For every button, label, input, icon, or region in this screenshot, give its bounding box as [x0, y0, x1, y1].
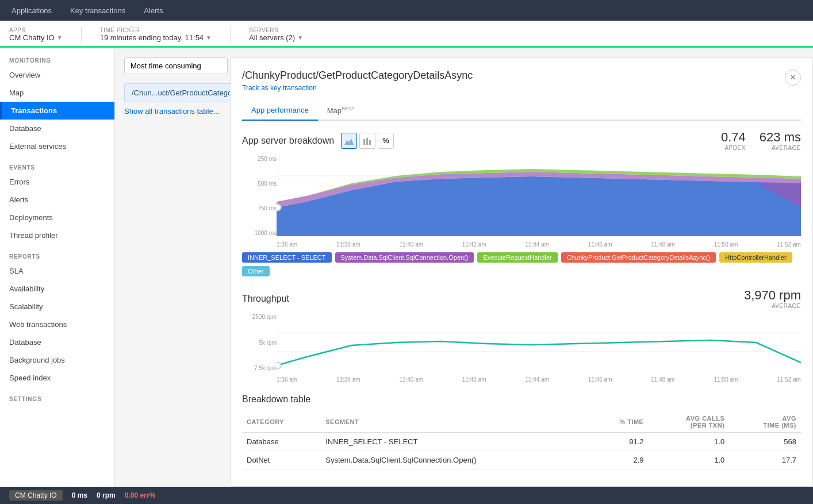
x-label-1: 11:38 am [336, 241, 361, 248]
svg-marker-0 [344, 138, 354, 145]
svg-point-17 [277, 362, 281, 369]
detail-title: /ChunkyProduct/GetProductCategoryDetails… [242, 70, 473, 82]
tx-label-8: 11:52 am [777, 376, 801, 383]
sidebar-item-scalability[interactable]: Scalability [0, 298, 114, 316]
tx-label-1: 11:38 am [336, 376, 361, 383]
row-1-time: 17.7 [729, 451, 801, 470]
app-server-breakdown-header: App server breakdown [242, 130, 801, 151]
breakdown-table-section: Breakdown table Category Segment % Time … [242, 394, 801, 470]
servers-selector[interactable]: SERVERS All servers (2) ▼ [249, 27, 303, 42]
sidebar-item-external-services[interactable]: External services [0, 137, 114, 155]
sidebar-item-availability[interactable]: Availability [0, 280, 114, 298]
nav-applications[interactable]: Applications [9, 6, 54, 15]
apdex-value: 0.74 [721, 130, 746, 145]
y-label-0: 1000 ms [242, 230, 277, 236]
tx-label-0: 1:36 am [277, 376, 297, 383]
throughput-y-labels: 7.5k rpm 5k rpm 2500 rpm [242, 314, 277, 371]
legend-inner-select[interactable]: INNER_SELECT - SELECT [242, 252, 332, 263]
tx-label-6: 11:48 am [651, 376, 675, 383]
divider-2 [230, 26, 231, 43]
nav-key-transactions[interactable]: Key transactions [68, 6, 128, 15]
throughput-stats: 3,970 rpm AVERAGE [744, 288, 801, 309]
timepicker-chevron-icon: ▼ [206, 34, 212, 41]
tx-label-3: 11:42 am [462, 376, 486, 383]
app-bar: APPS CM Chatty IO ▼ TIME PICKER 19 minut… [0, 21, 813, 48]
breakdown-title: App server breakdown [242, 136, 334, 146]
sidebar-item-overview[interactable]: Overview [0, 66, 114, 84]
x-label-0: 1:36 am [277, 241, 297, 248]
throughput-label: AVERAGE [744, 303, 801, 309]
sidebar-item-web-transactions[interactable]: Web transactions [0, 316, 114, 333]
chart-btn-area[interactable] [341, 133, 357, 149]
x-label-4: 11:44 am [525, 241, 549, 248]
sidebar-item-database-report[interactable]: Database [0, 333, 114, 351]
legend-other[interactable]: Other [242, 266, 270, 276]
content-area: Most time consuming ▲ ▼ /Chun...uct/GetP… [115, 48, 813, 487]
x-label-5: 11:46 am [588, 241, 612, 248]
sidebar-item-thread-profiler[interactable]: Thread profiler [0, 226, 114, 244]
x-label-3: 11:42 am [462, 241, 486, 248]
y-label-2: 500 ms [242, 180, 277, 187]
settings-label: SETTINGS [0, 387, 114, 405]
row-0-calls: 1.0 [648, 433, 729, 451]
show-all-transactions-link[interactable]: Show all transactions table... [124, 107, 219, 116]
x-label-2: 11:40 am [399, 241, 423, 248]
top-nav: Applications Key transactions Alerts [0, 0, 813, 21]
sidebar-item-errors[interactable]: Errors [0, 173, 114, 191]
x-label-7: 11:50 am [714, 241, 738, 248]
average-label: AVERAGE [760, 145, 801, 151]
sidebar-item-background-jobs[interactable]: Background jobs [0, 351, 114, 369]
legend-sqlconnection[interactable]: System.Data.SqlClient.SqlConnection.Open… [335, 252, 474, 263]
x-label-6: 11:48 am [651, 241, 675, 248]
breakdown-table: Category Segment % Time Avg calls(per tx… [242, 411, 801, 470]
sidebar-item-transactions[interactable]: Transactions [0, 102, 114, 120]
svg-point-12 [277, 204, 281, 211]
timepicker-selector[interactable]: TIME PICKER 19 minutes ending today, 11:… [100, 27, 212, 42]
sidebar: MONITORING Overview Map Transactions Dat… [0, 48, 115, 487]
close-button[interactable]: × [785, 70, 801, 86]
breakdown-table-title: Breakdown table [242, 394, 801, 405]
detail-header-left: /ChunkyProduct/GetProductCategoryDetails… [242, 70, 473, 92]
ty-label-2: 2500 rpm [242, 314, 277, 320]
apps-label: APPS [9, 27, 63, 33]
legend-execute-request[interactable]: ExecuteRequestHandler [477, 252, 557, 263]
sidebar-item-alerts[interactable]: Alerts [0, 191, 114, 209]
main-layout: MONITORING Overview Map Transactions Dat… [0, 48, 813, 487]
table-row: DotNet System.Data.SqlClient.SqlConnecti… [242, 451, 801, 470]
chart-btn-bar[interactable] [359, 133, 375, 149]
track-key-transaction-link[interactable]: Track as key transaction [242, 84, 473, 92]
svg-rect-2 [366, 138, 368, 145]
row-0-pct: 91.2 [592, 433, 648, 451]
average-stat: 623 ms AVERAGE [760, 130, 801, 151]
apps-value: CM Chatty IO ▼ [9, 33, 63, 42]
sidebar-item-map[interactable]: Map [0, 84, 114, 102]
tab-app-performance[interactable]: App performance [242, 101, 318, 121]
legend-chunky-product[interactable]: ChunkyProduct.GetProductCategoryDetailsA… [561, 252, 716, 263]
sort-dropdown[interactable]: Most time consuming [124, 57, 228, 74]
breakdown-chart: 1000 ms 750 ms 500 ms 250 ms [242, 156, 801, 248]
col-segment: Segment [321, 411, 592, 433]
sidebar-item-deployments[interactable]: Deployments [0, 209, 114, 226]
table-row: Database INNER_SELECT - SELECT 91.2 1.0 … [242, 433, 801, 451]
legend-http-controller[interactable]: HttpControllerHandler [719, 252, 792, 263]
throughput-svg-area [277, 314, 801, 371]
col-avg-calls: Avg calls(per txn) [648, 411, 729, 433]
apps-selector[interactable]: APPS CM Chatty IO ▼ [9, 27, 63, 42]
detail-header: /ChunkyProduct/GetProductCategoryDetails… [242, 70, 801, 92]
chart-btn-pct[interactable]: % [378, 133, 394, 149]
sidebar-item-database[interactable]: Database [0, 120, 114, 137]
sidebar-item-sla[interactable]: SLA [0, 262, 114, 280]
nav-alerts[interactable]: Alerts [141, 6, 165, 15]
chart-controls: % [341, 133, 394, 149]
timepicker-value: 19 minutes ending today, 11:54 ▼ [100, 33, 212, 42]
breakdown-svg-area [277, 156, 801, 236]
breakdown-stats: 0.74 APDEX 623 ms AVERAGE [721, 130, 801, 151]
tx-label-4: 11:44 am [525, 376, 549, 383]
apdex-label: APDEX [721, 145, 746, 151]
tx-label-2: 11:40 am [399, 376, 423, 383]
ty-label-1: 5k rpm [242, 340, 277, 346]
green-bar [0, 46, 813, 48]
tab-map[interactable]: MapBETA [318, 101, 364, 121]
breakdown-x-labels: 1:36 am 11:38 am 11:40 am 11:42 am 11:44… [277, 241, 801, 248]
sidebar-item-speed-index[interactable]: Speed index [0, 369, 114, 387]
